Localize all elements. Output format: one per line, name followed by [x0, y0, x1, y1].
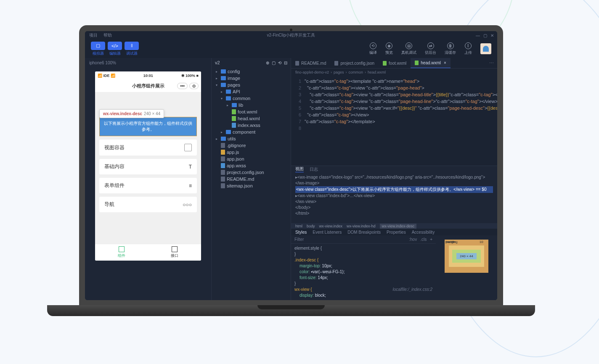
- background-icon: ⇄: [427, 42, 434, 49]
- capsule-menu-icon[interactable]: •••: [177, 83, 188, 89]
- compile-icon: ⟲: [370, 42, 376, 49]
- file-icon: [232, 109, 236, 114]
- folder-icon: [226, 130, 231, 134]
- devtools-tab-view[interactable]: 视图: [295, 166, 304, 172]
- dots-icon: ○○○: [183, 202, 192, 208]
- close-icon[interactable]: ×: [444, 61, 446, 65]
- tree-item-config[interactable]: ▸config: [212, 68, 291, 75]
- file-icon: [221, 177, 225, 182]
- tree-item-API[interactable]: ▸API: [212, 88, 291, 95]
- devtools-subtab-event-listeners[interactable]: Event Listeners: [313, 230, 342, 235]
- user-avatar[interactable]: [480, 43, 491, 54]
- phone-status-bar: 📶 IDE 📶 10:01 ✱ 100% ■: [95, 71, 201, 80]
- editor-tab-README.md[interactable]: README.md: [291, 58, 330, 68]
- components-icon: [119, 246, 125, 252]
- window-minimize-icon[interactable]: —: [476, 33, 480, 38]
- highlighted-element[interactable]: 以下将展示小程序官方组件能力，组件样式仅供参考。: [99, 117, 197, 136]
- menu-project[interactable]: 项目: [89, 32, 98, 38]
- view-container-icon: [184, 144, 192, 151]
- file-explorer: v2 ⊕ ▢ ⟲ ⊟ ▸config▸image▾pages▸API▾commo…: [211, 58, 291, 300]
- file-icon: [221, 163, 225, 168]
- simulator-toggle[interactable]: ▢ 模拟器: [91, 42, 105, 56]
- file-icon: [221, 183, 225, 188]
- text-icon: T: [189, 164, 192, 170]
- styles-filter-input[interactable]: Filter: [294, 237, 304, 242]
- tree-item-index.wxss[interactable]: index.wxss: [212, 122, 291, 129]
- tab-overflow-icon[interactable]: ⋯: [486, 61, 497, 66]
- menu-item-form[interactable]: 表单组件≡: [99, 178, 197, 193]
- preview-icon: ◉: [386, 42, 392, 49]
- background-button[interactable]: ⇄切后台: [425, 42, 436, 55]
- refresh-icon[interactable]: ⟲: [278, 61, 281, 65]
- capsule-close-icon[interactable]: ⊙: [189, 83, 199, 89]
- file-icon: [334, 61, 338, 66]
- simulator-panel: iphone6 100% 📶 IDE 📶 10:01 ✱ 100% ■ 小程序组…: [85, 58, 211, 300]
- folder-icon: [221, 137, 226, 141]
- devtools-panel: 视图 日志 ▸<wx-image class="index-logo" src=…: [291, 166, 497, 300]
- dom-tree[interactable]: ▸<wx-image class="index-logo" src="../re…: [291, 173, 497, 223]
- tree-item-utils[interactable]: ▸utils: [212, 135, 291, 142]
- code-editor[interactable]: 12345678 "c-attr">class="c-tag"><templat…: [291, 76, 497, 166]
- tabbar-api[interactable]: 接口: [148, 244, 201, 261]
- main-toolbar: ▢ 模拟器 </> 编辑器 ⫴ 调试器 ⟲编译 ◉预览 ▤真机调试 ⇄切后台 🗑…: [85, 40, 497, 58]
- list-icon: ≡: [189, 183, 192, 189]
- file-icon: [232, 116, 236, 121]
- clear-cache-button[interactable]: 🗑清缓存: [445, 42, 456, 55]
- tree-item-image[interactable]: ▸image: [212, 75, 291, 82]
- file-icon: [232, 123, 236, 128]
- upload-button[interactable]: ↥上传: [464, 42, 472, 55]
- compile-button[interactable]: ⟲编译: [369, 42, 377, 55]
- dom-breadcrumb[interactable]: htmlbodywx-view.indexwx-view.index-hdwx-…: [291, 223, 497, 229]
- new-file-icon[interactable]: ⊕: [266, 61, 269, 65]
- file-icon: [221, 170, 225, 175]
- styles-inspector[interactable]: element.style {}.index-desc {</span></di…: [291, 244, 436, 300]
- phone-nav-bar: 小程序组件展示 ••• ⊙: [95, 80, 201, 92]
- editor-tab-head.wxml[interactable]: head.wxml×: [411, 58, 451, 68]
- tree-item-README.md[interactable]: README.md: [212, 176, 291, 182]
- debugger-icon: ⫴: [125, 42, 139, 50]
- tree-item-head.wxml[interactable]: head.wxml: [212, 115, 291, 122]
- editor-toggle[interactable]: </> 编辑器: [108, 42, 122, 56]
- hov-toggle[interactable]: :hov: [409, 237, 417, 242]
- api-icon: [172, 246, 178, 252]
- folder-icon: [221, 83, 226, 87]
- editor-tab-project.config.json[interactable]: project.config.json: [330, 58, 379, 68]
- tree-item-component[interactable]: ▸component: [212, 129, 291, 135]
- devtools-tab-log[interactable]: 日志: [310, 166, 318, 172]
- menu-item-basic-content[interactable]: 基础内容T: [99, 159, 197, 174]
- tree-item-pages[interactable]: ▾pages: [212, 82, 291, 88]
- menu-item-view-container[interactable]: 视图容器: [99, 140, 197, 156]
- window-close-icon[interactable]: ✕: [490, 33, 494, 38]
- tree-item-app.js[interactable]: app.js: [212, 149, 291, 156]
- file-icon: [221, 150, 225, 155]
- tree-item-project.config.json[interactable]: project.config.json: [212, 169, 291, 176]
- menu-item-navigation[interactable]: 导航○○○: [99, 197, 197, 212]
- preview-button[interactable]: ◉预览: [385, 42, 393, 55]
- tabbar-components[interactable]: 组件: [95, 244, 148, 261]
- tree-item-app.wxss[interactable]: app.wxss: [212, 162, 291, 169]
- devtools-subtab-styles[interactable]: Styles: [295, 230, 307, 235]
- editor-breadcrumb: fino-applet-demo-v2 › pages › common › h…: [291, 69, 497, 76]
- file-icon: [295, 61, 299, 66]
- debugger-toggle[interactable]: ⫴ 调试器: [125, 42, 139, 56]
- remote-debug-button[interactable]: ▤真机调试: [401, 42, 416, 55]
- tree-item-foot.wxml[interactable]: foot.wxml: [212, 108, 291, 115]
- devtools-subtab-accessibility[interactable]: Accessibility: [412, 230, 435, 235]
- tree-item-sitemap.json[interactable]: sitemap.json: [212, 182, 291, 189]
- editor-tab-foot.wxml[interactable]: foot.wxml: [379, 58, 411, 68]
- tree-item-.gitignore[interactable]: .gitignore: [212, 142, 291, 149]
- collapse-icon[interactable]: ⊟: [284, 61, 287, 65]
- devtools-subtab-properties[interactable]: Properties: [387, 230, 406, 235]
- upload-icon: ↥: [465, 42, 472, 49]
- tree-item-app.json[interactable]: app.json: [212, 156, 291, 162]
- window-maximize-icon[interactable]: ▢: [483, 33, 487, 38]
- add-rule-icon[interactable]: +: [430, 237, 432, 242]
- file-icon: [221, 156, 225, 161]
- new-folder-icon[interactable]: ▢: [272, 61, 276, 65]
- tree-item-lib[interactable]: ▸lib: [212, 102, 291, 108]
- tree-item-common[interactable]: ▾common: [212, 95, 291, 102]
- ide-window: 项目 帮助 v2-FinClip小程序开发工具 — ▢ ✕ ▢ 模拟器 </> …: [85, 31, 497, 300]
- menu-help[interactable]: 帮助: [103, 32, 112, 38]
- devtools-subtab-dom-breakpoints[interactable]: DOM Breakpoints: [347, 230, 381, 235]
- cls-toggle[interactable]: .cls: [420, 237, 427, 242]
